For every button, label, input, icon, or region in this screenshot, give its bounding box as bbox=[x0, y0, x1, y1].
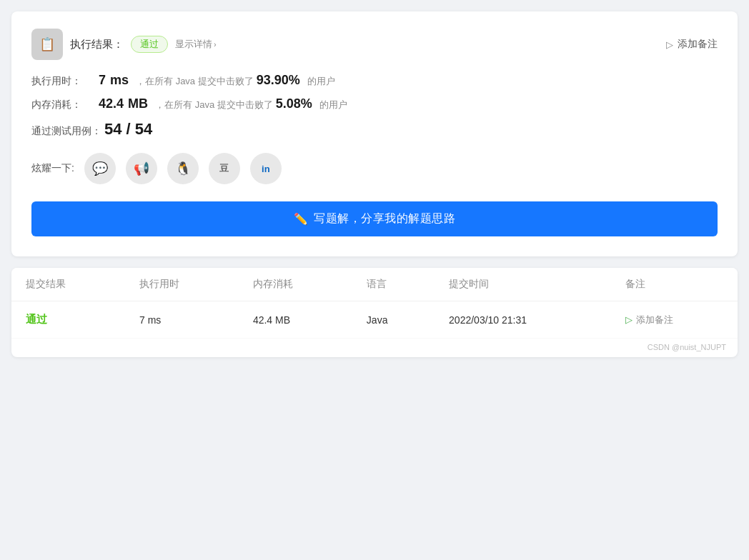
result-card: 📋 执行结果： 通过 显示详情 › ▷ 添加备注 执行用时： 7 ms ，在所有… bbox=[11, 11, 738, 256]
memory-percent: 5.08% bbox=[276, 96, 312, 111]
test-case-value: 54 / 54 bbox=[104, 120, 152, 139]
memory-label: 内存消耗： bbox=[31, 99, 96, 111]
memory-unit: MB bbox=[128, 96, 148, 111]
test-case-row: 通过测试用例： 54 / 54 bbox=[31, 120, 718, 139]
col-header-status: 提交结果 bbox=[11, 268, 125, 301]
test-case-label: 通过测试用例： bbox=[31, 125, 101, 138]
table-header: 提交结果 执行用时 内存消耗 语言 提交时间 备注 bbox=[11, 268, 738, 301]
write-solution-button[interactable]: ✏️ 写题解，分享我的解题思路 bbox=[31, 201, 718, 236]
show-details-label: 显示详情 bbox=[175, 38, 212, 51]
time-desc: ，在所有 Java 提交中击败了 bbox=[136, 75, 254, 88]
result-header-left: 📋 执行结果： 通过 显示详情 › bbox=[31, 29, 217, 60]
add-note-flag-icon: ▷ bbox=[666, 39, 673, 50]
col-header-time: 执行用时 bbox=[125, 268, 239, 301]
col-header-memory: 内存消耗 bbox=[239, 268, 352, 301]
show-details-arrow: › bbox=[214, 40, 217, 49]
pass-status-text: 通过 bbox=[26, 313, 47, 325]
watermark-text: CSDN @nuist_NJUPT bbox=[648, 343, 726, 351]
result-icon: 📋 bbox=[31, 29, 63, 60]
wechat-share-button[interactable]: 💬 bbox=[84, 153, 116, 184]
col-header-language: 语言 bbox=[352, 268, 435, 301]
table-body: 通过 7 ms 42.4 MB Java 2022/03/10 21:31 ▷ … bbox=[11, 301, 738, 339]
share-label: 炫耀一下: bbox=[31, 162, 74, 175]
col-header-submit-time: 提交时间 bbox=[435, 268, 611, 301]
table-row: 通过 7 ms 42.4 MB Java 2022/03/10 21:31 ▷ … bbox=[11, 301, 738, 339]
time-percent: 93.90% bbox=[257, 73, 300, 88]
status-badge: 通过 bbox=[131, 36, 168, 53]
qq-share-button[interactable]: 🐧 bbox=[167, 153, 199, 184]
time-label: 执行用时： bbox=[31, 75, 96, 88]
write-solution-label: 写题解，分享我的解题思路 bbox=[314, 211, 455, 226]
show-details-button[interactable]: 显示详情 › bbox=[175, 38, 217, 51]
submissions-table-card: 提交结果 执行用时 内存消耗 语言 提交时间 备注 通过 7 ms 42.4 M… bbox=[11, 268, 738, 357]
row-language: Java bbox=[352, 301, 435, 339]
table-header-row: 提交结果 执行用时 内存消耗 语言 提交时间 备注 bbox=[11, 268, 738, 301]
row-memory: 42.4 MB bbox=[239, 301, 352, 339]
result-header: 📋 执行结果： 通过 显示详情 › ▷ 添加备注 bbox=[31, 29, 718, 60]
time-stat-row: 执行用时： 7 ms ，在所有 Java 提交中击败了 93.90% 的用户 bbox=[31, 73, 718, 88]
douban-share-button[interactable]: 豆 bbox=[209, 153, 240, 184]
row-note: ▷ 添加备注 bbox=[611, 301, 738, 339]
watermark: CSDN @nuist_NJUPT bbox=[11, 339, 738, 357]
linkedin-share-button[interactable]: in bbox=[250, 153, 282, 184]
add-note-button[interactable]: ▷ 添加备注 bbox=[666, 38, 718, 51]
table-add-note-label: 添加备注 bbox=[636, 314, 673, 326]
memory-suffix: 的用户 bbox=[319, 99, 347, 111]
result-icon-symbol: 📋 bbox=[39, 36, 55, 52]
submissions-table: 提交结果 执行用时 内存消耗 语言 提交时间 备注 通过 7 ms 42.4 M… bbox=[11, 268, 738, 339]
write-solution-icon: ✏️ bbox=[294, 212, 309, 226]
time-value: 7 bbox=[99, 73, 106, 88]
row-submit-time: 2022/03/10 21:31 bbox=[435, 301, 611, 339]
weibo-share-button[interactable]: 📢 bbox=[126, 153, 157, 184]
share-row: 炫耀一下: 💬 📢 🐧 豆 in bbox=[31, 153, 718, 184]
table-add-note-button[interactable]: ▷ 添加备注 bbox=[625, 314, 723, 326]
time-suffix: 的用户 bbox=[307, 75, 335, 88]
col-header-note: 备注 bbox=[611, 268, 738, 301]
add-note-label: 添加备注 bbox=[678, 38, 718, 51]
time-unit: ms bbox=[110, 73, 129, 88]
table-add-note-flag-icon: ▷ bbox=[625, 314, 633, 325]
memory-stat-row: 内存消耗： 42.4 MB ，在所有 Java 提交中击败了 5.08% 的用户 bbox=[31, 96, 718, 111]
memory-value: 42.4 bbox=[99, 96, 124, 111]
row-time: 7 ms bbox=[125, 301, 239, 339]
row-status: 通过 bbox=[11, 301, 125, 339]
execution-result-label: 执行结果： bbox=[70, 38, 124, 51]
memory-desc: ，在所有 Java 提交中击败了 bbox=[155, 99, 273, 111]
